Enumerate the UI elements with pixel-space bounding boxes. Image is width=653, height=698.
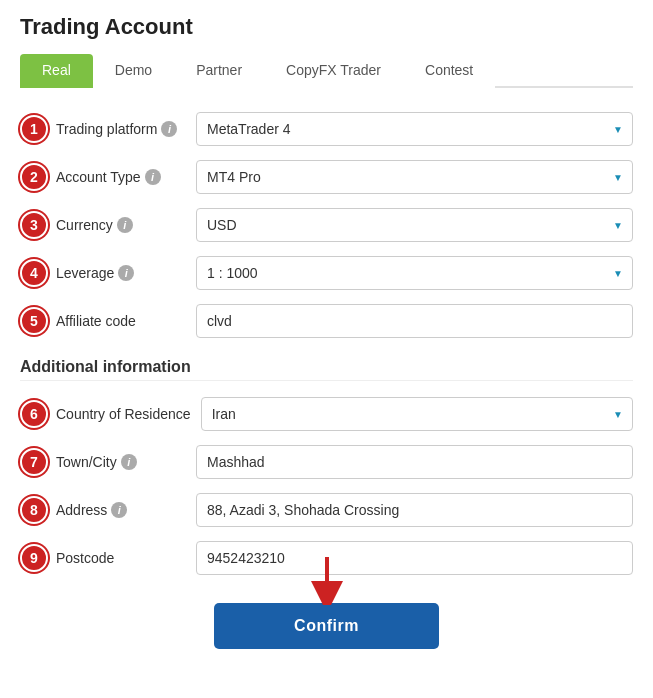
input-address[interactable] <box>196 493 633 527</box>
label-town-city: Town/City i <box>56 454 186 470</box>
control-leverage: 1 : 1000 1 : 500 1 : 200 1 : 100 <box>196 256 633 290</box>
select-wrapper-account-type: MT4 Pro MT4 Standard <box>196 160 633 194</box>
label-postcode: Postcode <box>56 550 186 566</box>
tab-partner[interactable]: Partner <box>174 54 264 88</box>
control-trading-platform: MetaTrader 4 MetaTrader 5 <box>196 112 633 146</box>
help-icon-address[interactable]: i <box>111 502 127 518</box>
input-postcode[interactable] <box>196 541 633 575</box>
label-trading-platform: Trading platform i <box>56 121 186 137</box>
tab-copyfx-trader[interactable]: CopyFX Trader <box>264 54 403 88</box>
label-country: Country of Residence <box>56 406 191 422</box>
tab-demo[interactable]: Demo <box>93 54 174 88</box>
arrow-svg <box>297 555 357 605</box>
control-postcode <box>196 541 633 575</box>
row-trading-platform: 1 Trading platform i MetaTrader 4 MetaTr… <box>20 112 633 146</box>
help-icon-town-city[interactable]: i <box>121 454 137 470</box>
tab-contest[interactable]: Contest <box>403 54 495 88</box>
row-address: 8 Address i <box>20 493 633 527</box>
select-leverage[interactable]: 1 : 1000 1 : 500 1 : 200 1 : 100 <box>196 256 633 290</box>
select-account-type[interactable]: MT4 Pro MT4 Standard <box>196 160 633 194</box>
select-wrapper-country: Iran United States United Kingdom <box>201 397 633 431</box>
step-badge-6: 6 <box>20 400 48 428</box>
step-badge-9: 9 <box>20 544 48 572</box>
help-icon-account-type[interactable]: i <box>145 169 161 185</box>
main-form-section: 1 Trading platform i MetaTrader 4 MetaTr… <box>20 112 633 338</box>
row-town-city: 7 Town/City i <box>20 445 633 479</box>
input-affiliate-code[interactable] <box>196 304 633 338</box>
select-currency[interactable]: USD EUR GBP <box>196 208 633 242</box>
row-country: 6 Country of Residence Iran United State… <box>20 397 633 431</box>
page-title: Trading Account <box>20 14 633 40</box>
confirm-area: Confirm <box>20 603 633 649</box>
help-icon-leverage[interactable]: i <box>118 265 134 281</box>
control-account-type: MT4 Pro MT4 Standard <box>196 160 633 194</box>
help-icon-currency[interactable]: i <box>117 217 133 233</box>
row-account-type: 2 Account Type i MT4 Pro MT4 Standard <box>20 160 633 194</box>
confirm-button[interactable]: Confirm <box>214 603 439 649</box>
additional-info-title: Additional information <box>20 358 633 381</box>
control-country: Iran United States United Kingdom <box>201 397 633 431</box>
step-badge-5: 5 <box>20 307 48 335</box>
select-trading-platform[interactable]: MetaTrader 4 MetaTrader 5 <box>196 112 633 146</box>
select-wrapper-trading-platform: MetaTrader 4 MetaTrader 5 <box>196 112 633 146</box>
arrow-annotation <box>297 555 357 605</box>
control-currency: USD EUR GBP <box>196 208 633 242</box>
select-country[interactable]: Iran United States United Kingdom <box>201 397 633 431</box>
control-town-city <box>196 445 633 479</box>
step-badge-8: 8 <box>20 496 48 524</box>
additional-form-section: 6 Country of Residence Iran United State… <box>20 397 633 575</box>
control-affiliate-code <box>196 304 633 338</box>
step-badge-4: 4 <box>20 259 48 287</box>
control-address <box>196 493 633 527</box>
step-badge-3: 3 <box>20 211 48 239</box>
tab-bar: Real Demo Partner CopyFX Trader Contest <box>20 54 633 88</box>
step-badge-1: 1 <box>20 115 48 143</box>
main-container: Trading Account Real Demo Partner CopyFX… <box>0 0 653 698</box>
label-currency: Currency i <box>56 217 186 233</box>
label-address: Address i <box>56 502 186 518</box>
label-account-type: Account Type i <box>56 169 186 185</box>
label-affiliate-code: Affiliate code <box>56 313 186 329</box>
input-town-city[interactable] <box>196 445 633 479</box>
row-currency: 3 Currency i USD EUR GBP <box>20 208 633 242</box>
tab-real[interactable]: Real <box>20 54 93 88</box>
select-wrapper-currency: USD EUR GBP <box>196 208 633 242</box>
help-icon-trading-platform[interactable]: i <box>161 121 177 137</box>
select-wrapper-leverage: 1 : 1000 1 : 500 1 : 200 1 : 100 <box>196 256 633 290</box>
row-affiliate-code: 5 Affiliate code <box>20 304 633 338</box>
label-leverage: Leverage i <box>56 265 186 281</box>
row-leverage: 4 Leverage i 1 : 1000 1 : 500 1 : 200 1 … <box>20 256 633 290</box>
step-badge-2: 2 <box>20 163 48 191</box>
step-badge-7: 7 <box>20 448 48 476</box>
